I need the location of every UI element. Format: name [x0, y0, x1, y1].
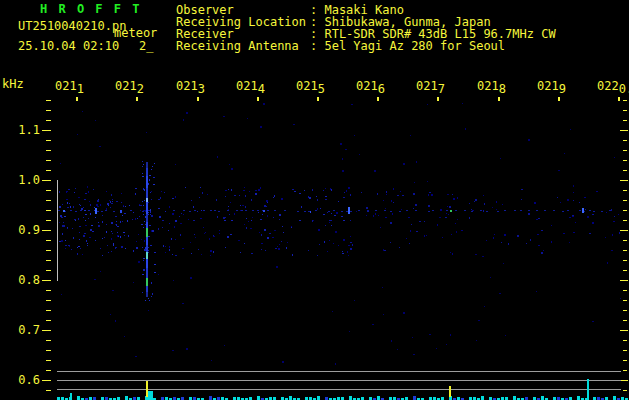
noise-dot [331, 213, 332, 214]
echo-segment [146, 292, 148, 297]
freq-tick-minor [46, 120, 51, 121]
carrier-dot [113, 211, 115, 212]
noise-dot [146, 132, 147, 133]
noise-dot [247, 118, 248, 119]
noise-dot [165, 246, 166, 247]
noise-dot [158, 228, 159, 230]
freq-tick-major [42, 180, 51, 181]
noise-dot [151, 191, 152, 192]
carrier-dot [415, 210, 417, 211]
noise-dot [476, 340, 477, 341]
freq-tick-minor [46, 200, 51, 201]
time-label: 0215 [296, 80, 325, 92]
noise-dot [304, 190, 305, 191]
noise-dot [385, 208, 386, 209]
freq-tick-minor [46, 260, 51, 261]
noise-dot [62, 233, 63, 235]
freq-tick-minor [46, 290, 51, 291]
noise-dot [195, 237, 196, 238]
noise-dot [198, 249, 199, 250]
noise-dot [128, 235, 129, 237]
noise-dot [225, 196, 226, 197]
noise-dot [171, 238, 172, 240]
noise-dot [174, 226, 175, 228]
noise-dot [150, 192, 151, 193]
noise-dot [380, 227, 381, 228]
noise-dot [188, 219, 189, 220]
noise-dot [180, 234, 181, 236]
activity-bar [77, 396, 80, 400]
noise-dot [403, 163, 405, 165]
freq-tick-minor [46, 110, 51, 111]
noise-dot [428, 205, 430, 207]
noise-dot [261, 234, 262, 236]
noise-dot [162, 227, 163, 228]
noise-dot [89, 201, 90, 202]
noise-dot [267, 202, 268, 203]
noise-dot [225, 217, 226, 218]
noise-dot [242, 205, 244, 206]
noise-dot [120, 221, 121, 223]
noise-dot [201, 254, 202, 255]
noise-dot [228, 189, 229, 190]
noise-dot [416, 161, 417, 163]
echo-segment [146, 259, 148, 268]
noise-dot [63, 222, 64, 223]
noise-dot [386, 194, 387, 195]
file-tag: meteor [114, 27, 157, 39]
freq-tick-right-minor [623, 240, 627, 241]
noise-dot [620, 298, 621, 299]
noise-dot [124, 213, 126, 214]
noise-dot [68, 189, 70, 190]
noise-dot [541, 230, 543, 231]
noise-dot [117, 226, 119, 227]
noise-dot [85, 225, 87, 226]
noise-dot [347, 251, 348, 253]
noise-dot [142, 173, 143, 174]
freq-tick-right-minor [623, 320, 627, 321]
noise-dot [325, 199, 327, 200]
carrier-dot [593, 211, 595, 212]
noise-dot [69, 203, 70, 204]
freq-tick-right-major [620, 180, 628, 181]
noise-dot [536, 291, 537, 292]
noise-dot [143, 269, 145, 271]
noise-dot [77, 253, 78, 255]
noise-dot [154, 163, 155, 164]
noise-dot [95, 120, 96, 121]
noise-dot [95, 217, 96, 218]
echo-dot [348, 207, 350, 214]
noise-dot [144, 240, 145, 242]
noise-dot [484, 203, 485, 205]
noise-dot [135, 218, 136, 220]
noise-dot [102, 238, 103, 239]
noise-dot [325, 225, 326, 226]
carrier-dot [589, 210, 591, 211]
noise-dot [151, 169, 152, 170]
noise-dot [118, 236, 119, 237]
carrier-dot [328, 211, 330, 212]
noise-dot [59, 206, 61, 208]
noise-dot [356, 211, 357, 212]
noise-dot [90, 204, 91, 206]
noise-dot [91, 225, 93, 226]
noise-dot [127, 220, 128, 222]
noise-dot [213, 251, 214, 253]
noise-dot [260, 126, 262, 128]
noise-dot [424, 221, 425, 222]
carrier-dot [105, 210, 107, 211]
noise-dot [73, 237, 74, 239]
noise-dot [457, 197, 458, 199]
noise-dot [419, 221, 421, 222]
noise-dot [408, 217, 410, 218]
noise-dot [244, 187, 245, 188]
noise-dot [111, 194, 112, 196]
freq-tick-major [42, 230, 51, 231]
noise-dot [299, 220, 301, 221]
noise-dot [163, 245, 164, 247]
freq-tick-minor [46, 220, 51, 221]
noise-dot [428, 194, 429, 196]
noise-dot [587, 216, 589, 218]
activity-bar [413, 396, 416, 400]
noise-dot [93, 189, 94, 190]
